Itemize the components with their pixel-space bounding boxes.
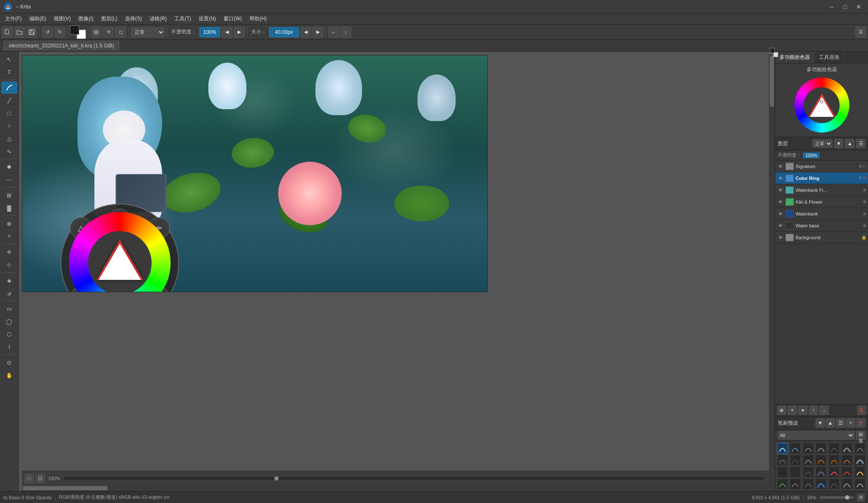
- brush-cell-18[interactable]: [815, 467, 827, 478]
- tool-multibrush[interactable]: ✱: [2, 161, 17, 173]
- tool-selection-freehand[interactable]: ⌇: [2, 341, 17, 353]
- mirror-h-button[interactable]: ↔: [328, 27, 339, 38]
- brush-cell-13[interactable]: [841, 455, 852, 466]
- tool-dynamic[interactable]: ⋯: [2, 174, 17, 185]
- tool-crop[interactable]: ⌗: [2, 230, 17, 242]
- size-value[interactable]: 40.00px: [269, 27, 299, 37]
- tool-measure[interactable]: ⊿: [2, 287, 17, 299]
- brush-cell-21[interactable]: [854, 467, 865, 478]
- tool-assistant[interactable]: ◈: [2, 274, 17, 286]
- canvas-fit-btn[interactable]: ⊡: [36, 474, 45, 483]
- canvas-toggle-btn[interactable]: □: [25, 474, 34, 483]
- panel-toggle-button[interactable]: ☰: [855, 27, 866, 38]
- layer-add-btn[interactable]: +: [788, 406, 797, 415]
- menu-file[interactable]: 文件(F): [2, 14, 25, 23]
- brush-filter-select[interactable]: All: [778, 431, 854, 439]
- layer-color-ring[interactable]: 👁 Color Ring ⊕ ✕: [775, 172, 868, 184]
- popup-color-triangle-container[interactable]: [88, 231, 152, 292]
- save-button[interactable]: [26, 27, 37, 38]
- open-button[interactable]: [14, 27, 25, 38]
- size-up[interactable]: ▶: [312, 27, 323, 38]
- fg-color-swatch[interactable]: [70, 25, 79, 35]
- menu-view[interactable]: 视图(V): [50, 14, 74, 23]
- menu-settings[interactable]: 设置(N): [195, 14, 219, 23]
- brush-cell-12[interactable]: [829, 455, 840, 466]
- brush-cell-27[interactable]: [841, 478, 852, 489]
- layer-visibility-water-base[interactable]: 👁: [777, 222, 784, 229]
- brush-expand-btn[interactable]: ▲: [826, 418, 835, 428]
- tool-freehand[interactable]: [2, 82, 17, 94]
- close-button[interactable]: ✕: [853, 2, 865, 11]
- tool-zoom[interactable]: ⊙: [2, 357, 17, 368]
- zoom-slider-thumb[interactable]: [274, 476, 279, 481]
- color-selector-dot[interactable]: [820, 100, 823, 103]
- brush-cell-19[interactable]: [829, 467, 840, 478]
- brush-cell-1[interactable]: [777, 443, 788, 454]
- layer-water-base[interactable]: 👁 Water base ⊕: [775, 220, 868, 232]
- tool-selection-rect[interactable]: ▭: [2, 303, 17, 315]
- tool-selection-polygon[interactable]: ⬡: [2, 328, 17, 340]
- main-color-ring[interactable]: [794, 77, 849, 133]
- brush-add-btn[interactable]: +: [846, 418, 855, 428]
- brush-cell-23[interactable]: [790, 478, 801, 489]
- opacity-down[interactable]: ◀: [221, 27, 232, 38]
- zoom-slider-thumb[interactable]: [845, 495, 849, 500]
- tool-text[interactable]: T: [2, 66, 17, 78]
- mirror-v-button[interactable]: ↕: [340, 27, 351, 38]
- tab-color-picker[interactable]: 多功能拾色器: [775, 52, 815, 63]
- brush-cell-26[interactable]: [829, 478, 840, 489]
- tool-transform[interactable]: ✛: [2, 246, 17, 258]
- layer-group-btn[interactable]: ▾: [798, 406, 807, 415]
- tool-move[interactable]: ⊹: [2, 259, 17, 271]
- brush-cell-20[interactable]: [841, 467, 852, 478]
- brush-delete-btn[interactable]: 🗑: [856, 418, 865, 428]
- color-swatches-panel[interactable]: [794, 77, 849, 133]
- tool-polygon[interactable]: △: [2, 133, 17, 144]
- brush-cell-17[interactable]: [803, 467, 814, 478]
- brush-cell-22[interactable]: [777, 478, 788, 489]
- layer-down-btn[interactable]: ↓: [819, 406, 829, 415]
- layer-waterbank-fr[interactable]: 👁 Waterbank Fr... ⊕: [775, 184, 868, 196]
- layer-signature[interactable]: 👁 Signature ⊕ ◻: [775, 160, 868, 172]
- opacity-up[interactable]: ▶: [234, 27, 245, 38]
- undo-button[interactable]: ↺: [42, 27, 53, 38]
- brush-cell-25[interactable]: [815, 478, 827, 489]
- brush-menu-btn[interactable]: ☰: [836, 418, 845, 428]
- brush-cell-11[interactable]: [815, 455, 827, 466]
- brush-cell-16[interactable]: [790, 467, 801, 478]
- menu-select[interactable]: 选择(S): [122, 14, 145, 23]
- blend-mode-select[interactable]: 正常: [131, 27, 165, 37]
- layers-expand-btn[interactable]: ▲: [845, 139, 854, 148]
- canvas-area[interactable]: 🖌 ✏ ◻ ⊕ ✂ △: [19, 52, 775, 491]
- brush-cell-10[interactable]: [803, 455, 814, 466]
- v-scroll-thumb[interactable]: [770, 56, 774, 107]
- menu-tools[interactable]: 工具(T): [171, 14, 194, 23]
- layers-menu-btn[interactable]: ☰: [856, 139, 865, 148]
- canvas-image[interactable]: 🖌 ✏ ◻ ⊕ ✂ △: [22, 55, 488, 292]
- new-button[interactable]: [2, 27, 13, 38]
- file-tab[interactable]: electrichearts_20200221A_kiki_b.kra (1.5…: [3, 41, 119, 51]
- tool-eyedropper[interactable]: ⊕: [2, 218, 17, 229]
- layers-options-btn[interactable]: ▼: [834, 139, 843, 148]
- tool-selection-ellipse[interactable]: ◯: [2, 315, 17, 327]
- layer-visibility-kiki-flower[interactable]: 👁: [777, 199, 784, 205]
- layers-opacity-value[interactable]: 100%: [803, 152, 820, 158]
- tool-line[interactable]: ╱: [2, 94, 17, 106]
- maximize-button[interactable]: □: [839, 2, 851, 11]
- canvas-horizontal-scrollbar[interactable]: [22, 485, 775, 491]
- brush-cell-8[interactable]: [777, 455, 788, 466]
- tool-select[interactable]: ↖: [2, 53, 17, 65]
- menu-window[interactable]: 窗口(W): [220, 14, 245, 23]
- menu-help[interactable]: 帮助(H): [246, 14, 270, 23]
- brush-toggle-btn[interactable]: ▼: [815, 418, 825, 428]
- brush-cell-3[interactable]: [803, 443, 814, 454]
- brush-cell-5[interactable]: [829, 443, 840, 454]
- brush-cell-24[interactable]: [803, 478, 814, 489]
- opacity-value[interactable]: 100%: [199, 27, 220, 37]
- tool-fill[interactable]: ▓: [2, 202, 17, 214]
- menu-edit[interactable]: 编辑(E): [26, 14, 50, 23]
- brush-cell-9[interactable]: [790, 455, 801, 466]
- layers-blend-mode[interactable]: 正常: [812, 139, 832, 148]
- color-swatches[interactable]: [70, 25, 86, 39]
- layer-visibility-signature[interactable]: 👁: [777, 163, 784, 170]
